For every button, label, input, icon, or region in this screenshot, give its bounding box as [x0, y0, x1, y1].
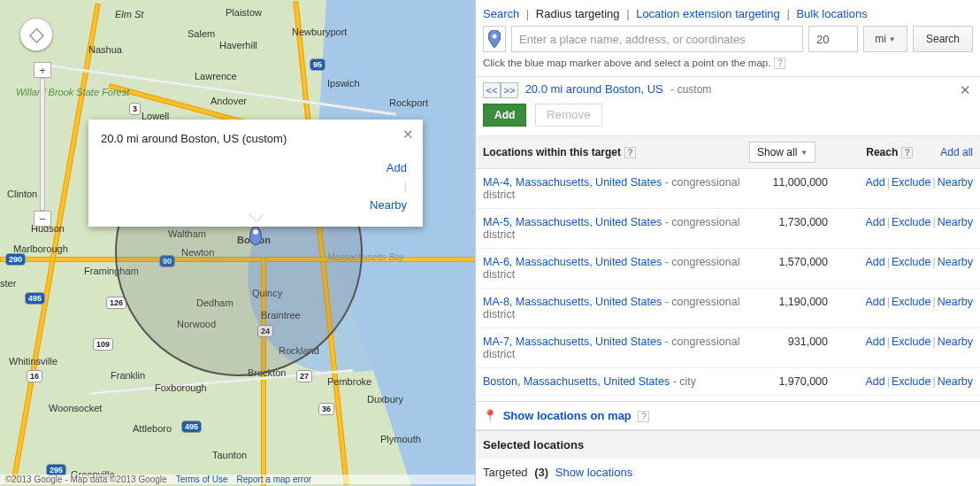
distance-input[interactable] [808, 26, 858, 52]
row-add-link[interactable]: Add [865, 216, 884, 228]
prev-button[interactable]: << [483, 82, 501, 98]
label-rockport: Rockport [389, 97, 428, 108]
row-nearby-link[interactable]: Nearby [938, 375, 973, 388]
shield-27: 27 [296, 370, 312, 382]
label-plaistow: Plaistow [226, 7, 262, 18]
map-terms-link[interactable]: Terms of Use [176, 474, 228, 484]
label-attleboro: Attleboro [133, 423, 172, 434]
shield-36: 36 [318, 403, 334, 415]
shield-i290: 290 [5, 253, 26, 266]
row-add-link[interactable]: Add [865, 336, 884, 348]
search-button[interactable]: Search [913, 26, 973, 52]
location-cell: MA-6, Massachusetts, United States - con… [483, 256, 748, 281]
zoom-control[interactable]: + − [34, 62, 51, 227]
pin-icon: 📍 [483, 409, 497, 422]
place-input[interactable] [511, 26, 803, 52]
next-button[interactable]: >> [501, 82, 518, 98]
table-row: MA-5, Massachusetts, United States - con… [476, 209, 980, 249]
shield-109: 109 [93, 338, 113, 351]
help-icon[interactable]: ? [624, 147, 636, 158]
row-exclude-link[interactable]: Exclude [892, 216, 930, 228]
map-copyright: ©2013 Google - Map data ©2013 Google [5, 474, 167, 484]
label-woonsocket: Woonsocket [49, 403, 102, 413]
location-name[interactable]: Boston, Massachusetts, United States [483, 375, 670, 388]
row-nearby-link[interactable]: Nearby [938, 336, 973, 348]
selected-locations-header: Selected locations [476, 430, 980, 459]
location-name[interactable]: MA-6, Massachusetts, United States [483, 256, 662, 268]
location-name[interactable]: MA-4, Massachusetts, United States [483, 176, 662, 189]
add-button[interactable]: Add [483, 104, 526, 127]
label-nashua: Nashua [88, 44, 122, 55]
shield-i95: 95 [310, 58, 325, 71]
table-row: Boston, Massachusetts, United States - c… [476, 368, 980, 396]
location-name[interactable]: MA-5, Massachusetts, United States [483, 216, 662, 228]
popup-tail [249, 212, 264, 221]
show-all-dropdown[interactable]: Show all▼ [749, 142, 815, 163]
unit-select[interactable]: mi▼ [863, 26, 907, 52]
label-andover: Andover [211, 96, 247, 106]
shield-3: 3 [129, 103, 141, 115]
table-row: MA-4, Massachusetts, United States - con… [476, 169, 980, 209]
reach-value: 11,000,000 [748, 176, 828, 189]
tab-search[interactable]: Search [483, 7, 519, 20]
popup-divider: | [404, 180, 407, 193]
map-report-link[interactable]: Report a map error [237, 474, 311, 484]
targeted-row: Targeted (3) Show locations [476, 459, 980, 486]
header-label: Locations within this target? [483, 146, 722, 158]
help-icon[interactable]: ? [774, 58, 785, 69]
row-add-link[interactable]: Add [865, 176, 884, 189]
row-actions: Add|Exclude|Nearby [865, 256, 973, 268]
zoom-in-button[interactable]: + [34, 62, 51, 78]
row-exclude-link[interactable]: Exclude [892, 375, 930, 388]
reach-value: 1,190,000 [748, 296, 828, 308]
tab-extension[interactable]: Location extension targeting [636, 7, 780, 20]
tab-bulk[interactable]: Bulk locations [796, 7, 867, 20]
row-add-link[interactable]: Add [865, 375, 884, 388]
selection-name[interactable]: 20.0 mi around Boston, US [525, 82, 663, 96]
help-icon[interactable]: ? [901, 147, 913, 158]
zoom-out-button[interactable]: − [34, 211, 51, 227]
row-nearby-link[interactable]: Nearby [938, 296, 973, 308]
svg-point-0 [493, 35, 497, 39]
label-haverhill: Haverhill [219, 40, 257, 50]
row-add-link[interactable]: Add [865, 296, 884, 308]
popup-nearby-link[interactable]: Nearby [370, 198, 407, 212]
row-nearby-link[interactable]: Nearby [938, 216, 973, 228]
tab-radius[interactable]: Radius targeting [536, 7, 620, 20]
help-icon[interactable]: ? [638, 411, 649, 422]
locations-header: Locations within this target? Show all▼ … [476, 136, 980, 169]
row-nearby-link[interactable]: Nearby [938, 176, 973, 189]
close-icon[interactable]: ✕ [402, 127, 414, 143]
location-name[interactable]: MA-8, Massachusetts, United States [483, 296, 662, 308]
shield-i495: 495 [25, 292, 45, 305]
row-exclude-link[interactable]: Exclude [892, 176, 930, 189]
label-plymouth: Plymouth [380, 434, 421, 444]
show-locations-on-map-link[interactable]: Show locations on map [503, 409, 632, 422]
row-exclude-link[interactable]: Exclude [892, 336, 930, 348]
row-exclude-link[interactable]: Exclude [892, 256, 930, 268]
row-add-link[interactable]: Add [865, 256, 884, 268]
zoom-slider[interactable] [40, 78, 45, 211]
pan-control[interactable] [19, 18, 53, 51]
search-hint: Click the blue map marker above and sele… [476, 58, 980, 76]
row-nearby-link[interactable]: Nearby [938, 256, 973, 268]
popup-add-link[interactable]: Add [387, 161, 407, 174]
location-cell: MA-8, Massachusetts, United States - con… [483, 296, 748, 320]
marker-toggle-button[interactable] [483, 26, 506, 52]
targeting-tabs: Search | Radius targeting | Location ext… [476, 0, 980, 26]
location-name[interactable]: MA-7, Massachusetts, United States [483, 336, 662, 348]
map-canvas[interactable]: Massachusetts Bay Boston Newton Waltham … [0, 0, 476, 486]
targeted-label: Targeted [483, 466, 528, 479]
show-locations-link[interactable]: Show locations [555, 466, 632, 479]
header-reach: Reach? [833, 146, 913, 158]
row-exclude-link[interactable]: Exclude [892, 296, 930, 308]
search-row: mi▼ Search [476, 26, 980, 58]
close-icon[interactable]: ✕ [960, 82, 971, 98]
label-ipswich: Ipswich [327, 78, 360, 89]
show-on-map-row: 📍 Show locations on map ? [476, 401, 980, 430]
targeted-count: (3) [534, 466, 548, 479]
row-actions: Add|Exclude|Nearby [865, 216, 973, 228]
selection-box: ✕ <<>> 20.0 mi around Boston, US - custo… [476, 76, 980, 136]
add-all-link[interactable]: Add all [940, 146, 973, 158]
map-marker-icon[interactable] [249, 226, 262, 245]
